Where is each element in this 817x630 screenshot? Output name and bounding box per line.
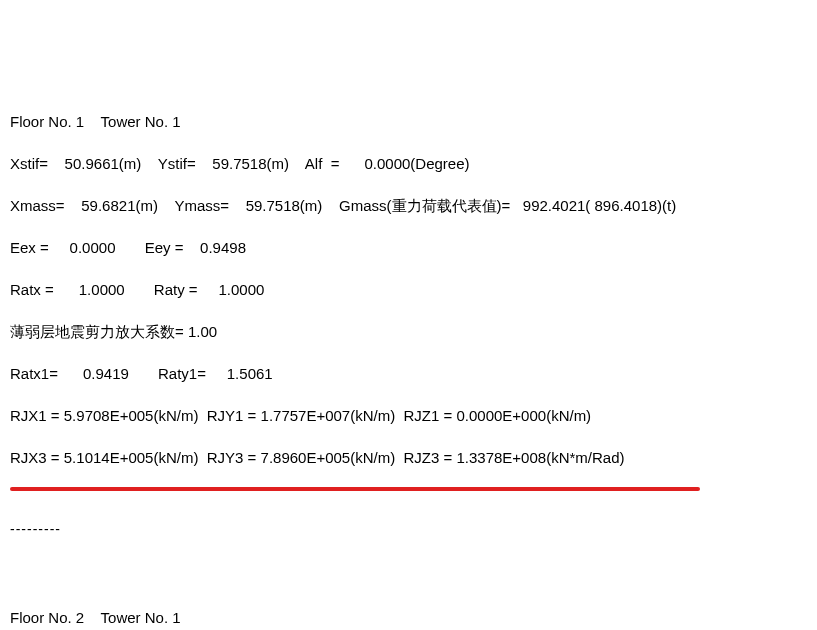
rat-row: Ratx = 1.0000 Raty = 1.0000	[10, 279, 807, 300]
floor-block-1: Floor No. 1 Tower No. 1 Xstif= 50.9661(m…	[10, 90, 807, 540]
stif-row: Xstif= 50.9661(m) Ystif= 59.7518(m) Alf …	[10, 153, 807, 174]
mass-row: Xmass= 59.6821(m) Ymass= 59.7518(m) Gmas…	[10, 195, 807, 216]
floor-header: Floor No. 2 Tower No. 1	[10, 607, 807, 628]
rj1-row: RJX1 = 5.9708E+005(kN/m) RJY1 = 1.7757E+…	[10, 405, 807, 426]
rj3-row: RJX3 = 5.1014E+005(kN/m) RJY3 = 7.8960E+…	[10, 447, 807, 468]
dashes: ---------	[10, 521, 61, 537]
floor-header: Floor No. 1 Tower No. 1	[10, 111, 807, 132]
rat1-row: Ratx1= 0.9419 Raty1= 1.5061	[10, 363, 807, 384]
floor-block-2: Floor No. 2 Tower No. 1 Xstif= 62.6664(m…	[10, 586, 807, 630]
red-underline	[10, 487, 700, 491]
ee-row: Eex = 0.0000 Eey = 0.9498	[10, 237, 807, 258]
weak-layer-row: 薄弱层地震剪力放大系数= 1.00	[10, 321, 807, 342]
